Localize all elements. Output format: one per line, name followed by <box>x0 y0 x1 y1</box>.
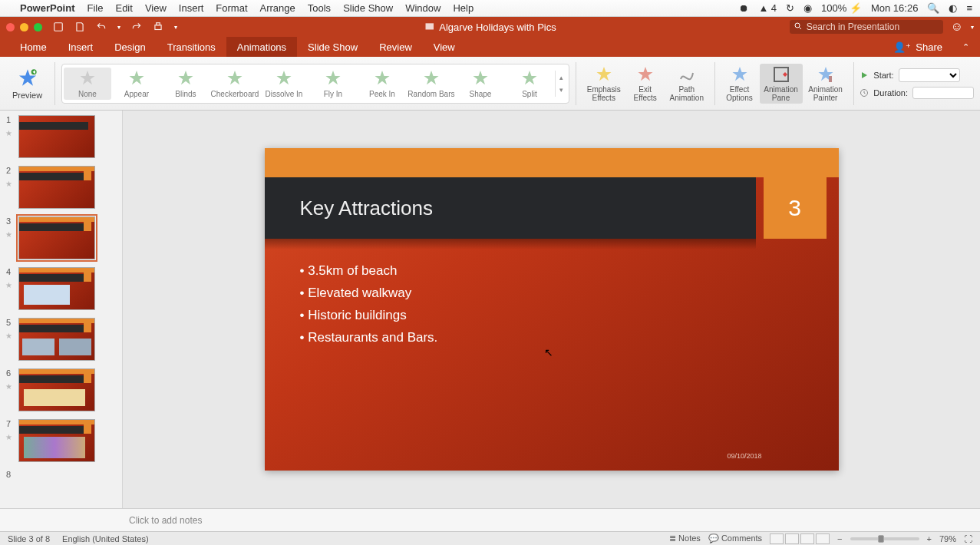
app-menu[interactable]: PowerPoint <box>20 2 75 14</box>
reading-view-button[interactable] <box>800 533 814 544</box>
zoom-out-button[interactable]: − <box>837 534 842 543</box>
slide-counter[interactable]: Slide 3 of 8 <box>8 534 50 543</box>
slide-thumbnail-7[interactable] <box>18 419 95 462</box>
bullet-item: Elevated walkway <box>300 282 438 305</box>
spotlight-icon[interactable]: 🔍 <box>927 2 939 14</box>
tab-insert[interactable]: Insert <box>58 37 104 57</box>
fit-to-window-button[interactable]: ⛶ <box>964 534 972 543</box>
slide-thumbnail-2[interactable] <box>18 166 95 209</box>
exit-effects-button[interactable]: Exit Effects <box>627 64 664 104</box>
siri-icon[interactable]: ◐ <box>949 2 957 14</box>
animation-split[interactable]: Split <box>506 68 553 100</box>
undo-icon[interactable] <box>96 21 107 32</box>
main-area: 1★ 2★ 3★ 4★ 5★ 6★ 7★ 8 Key Attractions 3… <box>0 111 980 508</box>
menu-file[interactable]: File <box>87 2 104 14</box>
slide-thumbnail-5[interactable] <box>18 318 95 361</box>
collapse-ribbon-icon[interactable]: ⌃ <box>952 37 980 57</box>
animation-gallery[interactable]: None Appear Blinds Checkerboard Dissolve… <box>61 64 569 104</box>
animation-indicator-icon: ★ <box>5 129 12 137</box>
undo-dropdown-icon[interactable]: ▾ <box>117 24 120 31</box>
minimize-window-button[interactable] <box>20 23 28 31</box>
animation-flyin[interactable]: Fly In <box>309 68 357 100</box>
menu-slideshow[interactable]: Slide Show <box>343 2 393 14</box>
duration-input[interactable] <box>912 87 974 99</box>
wifi-icon[interactable]: ◉ <box>803 2 812 14</box>
zoom-slider[interactable] <box>850 537 919 540</box>
window-titlebar: ▾ ▾ Algarve Holidays with Pics ☺ ▾ <box>0 17 980 37</box>
animation-indicator-icon: ★ <box>5 230 12 239</box>
slide-thumbnail-3[interactable] <box>18 216 95 259</box>
tab-animations[interactable]: Animations <box>226 37 297 57</box>
notification-center-icon[interactable]: ≡ <box>966 2 972 14</box>
notes-toggle[interactable]: ≣ Notes <box>669 533 701 543</box>
thumb-number: 5 <box>6 318 11 327</box>
adobe-icon[interactable]: ▲ 4 <box>758 2 777 14</box>
close-window-button[interactable] <box>6 23 15 31</box>
animation-checkerboard[interactable]: Checkerboard <box>211 68 259 100</box>
animation-shape[interactable]: Shape <box>457 68 504 100</box>
tab-home[interactable]: Home <box>9 37 58 57</box>
save-icon[interactable] <box>74 21 85 32</box>
menu-help[interactable]: Help <box>453 2 474 14</box>
slide-date: 09/10/2018 <box>727 452 761 460</box>
animation-randombars[interactable]: Random Bars <box>408 68 455 100</box>
account-dropdown-icon[interactable]: ▾ <box>971 24 974 31</box>
animation-painter-button[interactable]: Animation Painter <box>804 64 847 104</box>
print-icon[interactable] <box>153 21 163 32</box>
menu-window[interactable]: Window <box>405 2 441 14</box>
search-input[interactable] <box>790 20 943 34</box>
time-machine-icon[interactable]: ↻ <box>786 2 794 14</box>
path-animation-button[interactable]: Path Animation <box>665 64 708 104</box>
menu-view[interactable]: View <box>145 2 167 14</box>
slide-thumbnail-6[interactable] <box>18 368 95 411</box>
animation-blinds[interactable]: Blinds <box>162 68 210 100</box>
tab-design[interactable]: Design <box>104 37 156 57</box>
slide-canvas[interactable]: Key Attractions 3 3.5km of beach Elevate… <box>123 111 980 508</box>
qat-customize-icon[interactable]: ▾ <box>174 24 177 31</box>
preview-button[interactable]: Preview <box>6 66 48 101</box>
current-slide[interactable]: Key Attractions 3 3.5km of beach Elevate… <box>265 148 839 471</box>
slide-title[interactable]: Key Attractions <box>265 177 756 239</box>
autosave-icon[interactable] <box>53 21 64 32</box>
slide-thumbnails-panel[interactable]: 1★ 2★ 3★ 4★ 5★ 6★ 7★ 8 <box>0 111 123 508</box>
gallery-more-button[interactable]: ▴▾ <box>555 71 567 97</box>
menu-insert[interactable]: Insert <box>179 2 204 14</box>
zoom-level[interactable]: 79% <box>939 534 956 543</box>
zoom-in-button[interactable]: + <box>927 534 932 543</box>
menu-arrange[interactable]: Arrange <box>260 2 295 14</box>
tab-review[interactable]: Review <box>368 37 423 57</box>
slide-thumbnail-4[interactable] <box>18 267 95 310</box>
comments-toggle[interactable]: 💬 Comments <box>708 533 762 543</box>
notes-pane[interactable]: Click to add notes <box>0 508 980 531</box>
start-select[interactable] <box>899 68 960 82</box>
screen-record-icon[interactable]: ⏺ <box>739 2 749 14</box>
animation-none[interactable]: None <box>64 68 111 100</box>
effect-options-button[interactable]: Effect Options <box>721 64 758 104</box>
slide-bullets[interactable]: 3.5km of beach Elevated walkway Historic… <box>300 260 438 349</box>
animation-appear[interactable]: Appear <box>113 68 160 100</box>
clock[interactable]: Mon 16:26 <box>871 2 918 14</box>
battery-status[interactable]: 100% ⚡ <box>821 2 862 14</box>
tab-slideshow[interactable]: Slide Show <box>297 37 368 57</box>
menu-tools[interactable]: Tools <box>308 2 331 14</box>
menu-edit[interactable]: Edit <box>115 2 132 14</box>
sorter-view-button[interactable] <box>785 533 799 544</box>
emphasis-star-icon <box>595 65 613 84</box>
animation-pane-button[interactable]: Animation Pane <box>760 64 803 104</box>
tab-transitions[interactable]: Transitions <box>157 37 226 57</box>
normal-view-button[interactable] <box>770 533 784 544</box>
share-button[interactable]: 👤⁺ Share <box>884 37 952 57</box>
animation-peekin[interactable]: Peek In <box>358 68 406 100</box>
zoom-window-button[interactable] <box>34 23 42 31</box>
animation-dissolve[interactable]: Dissolve In <box>260 68 308 100</box>
start-label: Start: <box>873 71 893 80</box>
menu-format[interactable]: Format <box>216 2 247 14</box>
redo-icon[interactable] <box>131 21 142 32</box>
slideshow-view-button[interactable] <box>816 533 830 544</box>
slide-thumbnail-1[interactable] <box>18 115 95 158</box>
tab-view[interactable]: View <box>423 37 466 57</box>
account-icon[interactable]: ☺ <box>951 20 963 34</box>
svg-rect-1 <box>155 25 161 30</box>
language-status[interactable]: English (United States) <box>62 534 149 543</box>
emphasis-effects-button[interactable]: Emphasis Effects <box>582 64 625 104</box>
